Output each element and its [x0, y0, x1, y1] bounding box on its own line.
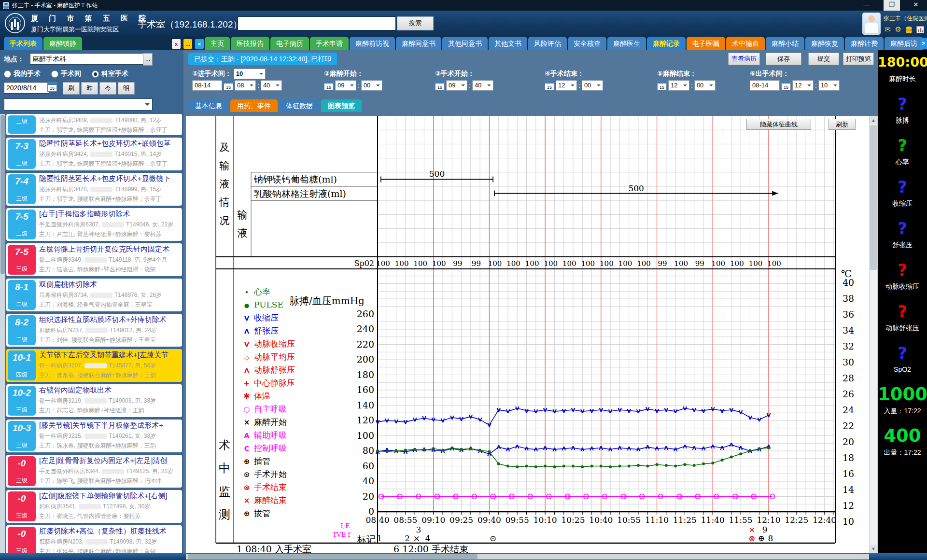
series-marker: V — [757, 417, 761, 423]
surgery-list-item[interactable]: 10-1四级关节镜下左后交叉韧带重建术+[左膝关节骨一科病房3207,T1458… — [6, 349, 182, 382]
minute-select[interactable]: 40 — [472, 80, 493, 91]
filter-select[interactable] — [4, 98, 153, 111]
subtab-基本信息[interactable]: 基本信息 — [188, 99, 229, 112]
refresh-button[interactable]: 刷新 — [829, 119, 856, 130]
module-tab-麻醉恢复[interactable]: 麻醉恢复 — [805, 37, 844, 50]
date-input[interactable]: 2020/8/14 — [4, 82, 49, 94]
module-tab-麻醉记录[interactable]: 麻醉记录 — [647, 37, 686, 50]
surgery-list-item[interactable]: 7-4三级隐匿性阴茎延长术+包皮环切术+显微镜下泌尿外科病房3470,T1489… — [6, 173, 182, 206]
module-tab-其他同意书[interactable]: 其他同意书 — [442, 37, 488, 50]
mail-icon[interactable]: ✉ — [885, 25, 891, 34]
tab-surgery-list[interactable]: 手术列表 — [4, 37, 42, 50]
scroll-down-icon[interactable]: ▼ — [870, 545, 877, 553]
surgery-list-item[interactable]: 三级泌尿外科病房3409,T149000, 男, 12岁主刀：邬宇龙, 蛛网膜下… — [6, 114, 182, 135]
search-button[interactable]: 搜索 — [397, 16, 434, 30]
list-scrollbar[interactable] — [0, 114, 5, 560]
panel-more-button[interactable]: … — [183, 39, 192, 49]
tab-anesthesia-sedation[interactable]: 麻醉镇静 — [43, 37, 82, 50]
spo2-value: 99 — [695, 259, 704, 268]
module-tab-安全核查[interactable]: 安全核查 — [568, 37, 606, 50]
hour-select[interactable]: 09 — [335, 80, 356, 91]
panel-close-button[interactable]: x — [172, 39, 181, 49]
chart-horizontal-scrollbar[interactable] — [186, 554, 869, 560]
date-field[interactable]: 08-14 — [750, 80, 780, 91]
close-button[interactable]: ✕ — [908, 0, 924, 11]
surgery-list-item[interactable]: 8-2二级组织选择性直肠粘膜环切术+外痔切除术肛肠科病房N237,T149012… — [6, 314, 182, 347]
surgery-list-item[interactable]: -0三级[左侧]腹腔镜下单侧输卵管切除术+[右侧]妇科病房3541,T12749… — [6, 490, 182, 523]
action-button-打印预览[interactable]: 打印预览 — [843, 53, 874, 65]
module-tab-麻醉小结[interactable]: 麻醉小结 — [766, 37, 804, 50]
chart-vertical-scrollbar[interactable]: ▲ ▼ — [869, 116, 878, 553]
radio-手术间[interactable]: 手术间 — [51, 70, 81, 78]
hour-select[interactable]: 09 — [446, 80, 467, 91]
module-tab-其他文书[interactable]: 其他文书 — [489, 37, 527, 50]
surgery-list-item[interactable]: 7-5二级[右手]手拇指多指畸形切除术手足显微外科病房6307,T149046,… — [6, 208, 182, 241]
radio-dot-icon[interactable] — [92, 70, 99, 78]
maximize-button[interactable]: ❐ — [884, 0, 900, 11]
subtab-图表预览[interactable]: 图表预览 — [321, 99, 362, 112]
calendar-icon[interactable]: 15 — [224, 81, 233, 90]
action-button-保存[interactable]: 保存 — [766, 53, 801, 65]
location-input[interactable]: 麻醉手术科 — [30, 53, 145, 65]
location-more-button[interactable]: … — [143, 53, 153, 66]
surgery-list-item[interactable]: 10-3三级[膝关节镜]关节镜下半月板修整成形术+骨一科病房3215,T1402… — [6, 420, 182, 452]
minute-select[interactable]: 10 — [818, 80, 840, 91]
user-avatar[interactable] — [862, 13, 881, 35]
module-tab-电子医嘱[interactable]: 电子医嘱 — [687, 37, 725, 50]
module-tab-术中输血[interactable]: 术中输血 — [726, 37, 765, 50]
hour-select[interactable]: 08 — [235, 80, 256, 91]
radio-dot-icon[interactable] — [51, 70, 58, 78]
radio-我的手术[interactable]: 我的手术 — [4, 70, 41, 78]
date-button-刷[interactable]: 刷 — [63, 82, 80, 95]
module-tab-医技报告[interactable]: 医技报告 — [231, 37, 269, 50]
hour-select[interactable]: 12 — [668, 80, 689, 91]
subtab-体征数据[interactable]: 体征数据 — [279, 99, 320, 112]
date-button-今[interactable]: 今 — [99, 82, 116, 95]
surgery-list-item[interactable]: 7-3三级隐匿性阴茎延长术+包皮环切术+嵌顿包茎泌尿外科病房3424,T1490… — [6, 138, 182, 170]
tabs-scroll-right-button[interactable]: > — [920, 38, 927, 49]
hide-vitals-curve-button[interactable]: 隐藏体征曲线 — [746, 119, 811, 130]
surgery-list-item[interactable]: 10-2三级右锁骨内固定物取出术骨一科病房3219,T149003, 男, 38… — [6, 384, 182, 417]
billing-coins-icon[interactable] — [906, 27, 912, 29]
minimize-button[interactable]: — — [858, 0, 875, 11]
minute-select[interactable]: 00 — [361, 80, 382, 91]
tabs-scroll-left-button[interactable]: < — [195, 39, 204, 49]
calendar-icon[interactable]: 15 — [657, 81, 667, 90]
surgery-list-item[interactable]: 8-1二级双侧扁桃体切除术耳鼻喉科病房3734,T148976, 女, 26岁主… — [6, 279, 182, 311]
minute-select[interactable]: 00 — [694, 80, 716, 91]
subtab-用药、事件[interactable]: 用药、事件 — [230, 99, 278, 112]
surgery-list-item[interactable]: -0三级[左足]趾骨骨折复位内固定术+[左足]清创手足显微外科病房6344,T1… — [6, 455, 182, 488]
room-select[interactable]: 10 — [234, 69, 266, 79]
date-field[interactable]: 08-14 — [192, 80, 222, 91]
calendar-icon[interactable]: 15 — [781, 81, 791, 90]
action-button-查看病历[interactable]: 查看病历 — [728, 53, 760, 65]
statistics-chart-icon[interactable] — [916, 26, 924, 33]
module-tab-电子病历[interactable]: 电子病历 — [270, 37, 309, 50]
search-input[interactable] — [238, 16, 396, 30]
module-tab-麻醉后访[interactable]: 麻醉后访 — [885, 37, 923, 50]
module-tab-麻醉同意书[interactable]: 麻醉同意书 — [396, 37, 441, 50]
radio-科室手术[interactable]: 科室手术 — [92, 70, 128, 78]
date-button-昨[interactable]: 昨 — [81, 82, 98, 95]
module-tab-主页[interactable]: 主页 — [205, 37, 230, 50]
hour-select[interactable]: 12 — [792, 80, 814, 91]
minute-select[interactable]: 00 — [582, 80, 603, 91]
action-button-提交[interactable]: 提交 — [808, 53, 839, 65]
hour-select[interactable]: 12 — [556, 80, 577, 91]
module-tab-风险评估[interactable]: 风险评估 — [528, 37, 567, 50]
scroll-up-icon[interactable]: ▲ — [870, 116, 877, 124]
module-tab-手术申请[interactable]: 手术申请 — [310, 37, 349, 50]
module-tab-麻醉计费[interactable]: 麻醉计费 — [845, 37, 884, 50]
minute-select[interactable]: 40 — [261, 80, 282, 91]
radio-dot-icon[interactable] — [4, 70, 11, 78]
module-tab-麻醉医生[interactable]: 麻醉医生 — [607, 37, 646, 50]
surgery-list-item[interactable]: 7-5三级左肱骨髁上骨折切开复位克氏针内固定术骨二科病房3349,T149118… — [6, 243, 182, 276]
record-subtabs: 基本信息用药、事件体征数据图表预览 — [188, 99, 362, 112]
module-tab-麻醉前访视[interactable]: 麻醉前访视 — [350, 37, 395, 50]
calendar-icon[interactable]: 15 — [435, 81, 445, 90]
calendar-icon[interactable]: 15 — [47, 82, 57, 92]
calendar-icon[interactable]: 15 — [324, 81, 334, 90]
settings-gear-icon[interactable]: ⚙ — [895, 25, 901, 34]
date-button-明[interactable]: 明 — [118, 82, 135, 95]
calendar-icon[interactable]: 15 — [545, 81, 554, 90]
